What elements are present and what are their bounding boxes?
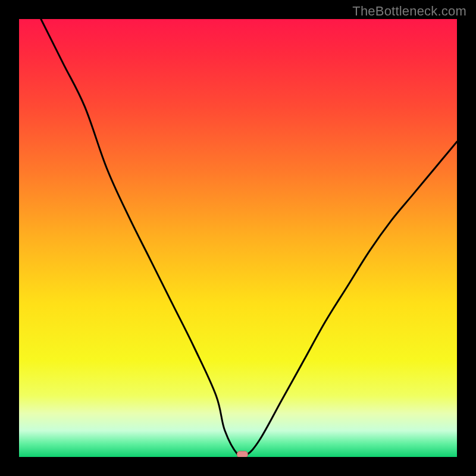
- watermark-text: TheBottleneck.com: [352, 4, 466, 19]
- plot-area: [19, 19, 457, 457]
- optimal-point-marker: [237, 451, 248, 457]
- plot-svg: [19, 19, 457, 457]
- gradient-background: [19, 19, 457, 457]
- chart-frame: TheBottleneck.com: [0, 0, 476, 476]
